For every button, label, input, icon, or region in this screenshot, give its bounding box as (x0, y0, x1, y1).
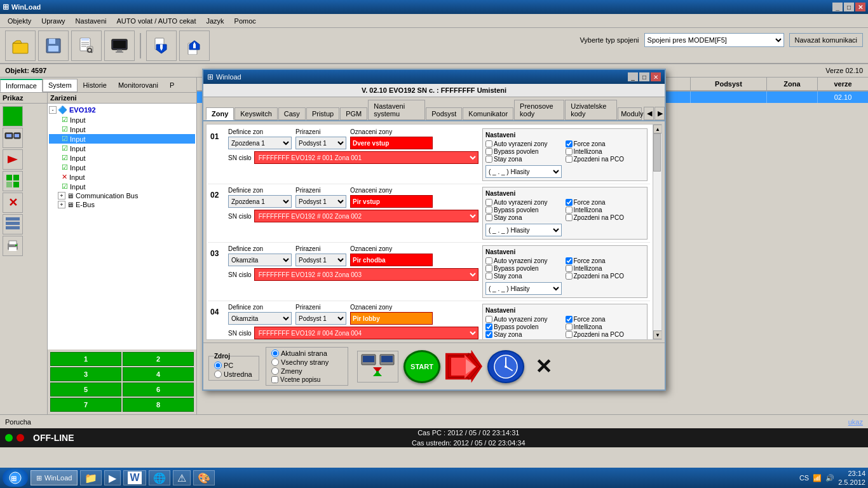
check-force-02[interactable] (566, 199, 573, 206)
setting-intelli-02[interactable]: Intellizona (566, 207, 645, 214)
zones-content[interactable]: ▲ ▼ 01 Definice zon Zpozdena 1 (206, 124, 662, 340)
taskbar-word[interactable]: W (123, 470, 146, 485)
tree-expand-commbus[interactable]: + (58, 192, 65, 200)
tree-item-input2[interactable]: ☑ Input (49, 125, 195, 134)
zone-prir-select-01[interactable]: Podsyst 1 (295, 137, 346, 149)
setting-force-04[interactable]: Force zona (566, 316, 645, 323)
hlasity-select-01[interactable]: ( _ . _ ) Hlasity (485, 165, 562, 178)
check-zpozd-01[interactable] (566, 156, 573, 163)
toolbar-folder-btn[interactable] (5, 30, 36, 61)
tree-item-input1[interactable]: ☑ Input (49, 115, 195, 125)
num-btn-8[interactable]: 8 (123, 398, 194, 412)
strana-vsechny-radio[interactable] (271, 358, 279, 366)
setting-auto-vyrazeni-01[interactable]: Auto vyrazeni zony (485, 140, 565, 147)
scroll-thumb[interactable] (653, 133, 661, 172)
dialog-tab-pgm[interactable]: PGM (340, 107, 367, 120)
zone-sn-select-03[interactable]: FFFFFFFF EVO192 # 003 Zona 003 (254, 268, 478, 281)
num-btn-6[interactable]: 6 (123, 383, 194, 396)
hlasity-select-02[interactable]: ( _ . _ ) Hlasity (485, 224, 562, 236)
dialog-tab-prev[interactable]: ◀ (644, 107, 654, 120)
zone-def-select-01[interactable]: Zpozdena 1 (228, 137, 292, 149)
scrollbar[interactable]: ▲ ▼ (653, 125, 661, 339)
setting-bypass-03[interactable]: Bypass povolen (485, 265, 565, 272)
zone-ozn-input-03[interactable] (350, 254, 433, 266)
setting-auto-04[interactable]: Auto vyrazeni zony (485, 316, 565, 323)
setting-intelli-04[interactable]: Intellizona (566, 323, 645, 330)
scroll-up-btn[interactable]: ▲ (653, 125, 662, 133)
ukaz-link[interactable]: ukaz (848, 418, 863, 426)
num-btn-5[interactable]: 5 (50, 383, 121, 396)
start-button[interactable]: START (403, 350, 440, 383)
check-force-01[interactable] (566, 140, 573, 147)
zdroj-pc-radio[interactable] (214, 362, 222, 369)
setting-stay-02[interactable]: Stay zona (485, 214, 565, 221)
vcetne-check[interactable] (271, 376, 278, 383)
zdroj-ustredna-radio[interactable] (214, 370, 222, 378)
check-zpozd-03[interactable] (566, 273, 573, 280)
strana-zmeny-radio[interactable] (271, 367, 279, 375)
dialog-tab-uzivatelske[interactable]: Uzivatelske kody (565, 100, 617, 120)
toolbar-preview-btn[interactable] (71, 30, 102, 61)
tree-item-ebus[interactable]: + 🖥 E-Bus (49, 200, 195, 209)
setting-auto-02[interactable]: Auto vyrazeni zony (485, 199, 565, 206)
setting-zpozd-01[interactable]: Zpozdeni na PCO (566, 156, 645, 163)
taskbar-explorer[interactable]: 📁 (80, 470, 102, 485)
maximize-button[interactable]: □ (844, 3, 854, 11)
zone-ozn-input-04[interactable] (350, 312, 433, 325)
zone-def-select-02[interactable]: Zpozdena 1 (228, 195, 292, 208)
check-zpozd-02[interactable] (566, 214, 573, 221)
prikaz-icon-2[interactable] (3, 128, 23, 148)
toolbar-upload-btn[interactable] (179, 30, 210, 61)
tree-item-input3[interactable]: ☑ Input (49, 134, 195, 144)
setting-zpozd-02[interactable]: Zpozdeni na PCO (566, 214, 645, 221)
dialog-tab-keyswitch[interactable]: Keyswitch (234, 107, 278, 120)
zone-sn-select-01[interactable]: FFFFFFFF EVO192 # 001 Zona 001 (254, 151, 478, 164)
check-intelli-02[interactable] (566, 207, 573, 214)
upload-download-btn[interactable] (357, 351, 398, 383)
setting-zpozd-03[interactable]: Zpozdeni na PCO (566, 273, 645, 280)
setting-bypass-04[interactable]: Bypass povolen (485, 323, 565, 330)
tree-item-input6[interactable]: ☑ Input (49, 163, 195, 172)
menu-jazyk[interactable]: Jazyk (201, 16, 229, 26)
strana-vsechny-label[interactable]: Vsechny strany (271, 358, 342, 366)
taskbar-alert[interactable]: ⚠ (173, 470, 191, 485)
dialog-tab-podsyst[interactable]: Podsyst (426, 107, 462, 120)
setting-force-02[interactable]: Force zona (566, 199, 645, 206)
dialog-close-btn[interactable]: ✕ (651, 72, 661, 81)
red-arrow-btn[interactable] (445, 350, 482, 383)
dialog-tab-casy[interactable]: Casy (278, 107, 306, 120)
prikaz-icon-6[interactable] (3, 214, 23, 234)
menu-nastaveni[interactable]: Nastaveni (71, 16, 112, 26)
check-intelli-01[interactable] (566, 148, 573, 155)
tab-informace[interactable]: Informace (0, 79, 43, 92)
strana-aktualni-radio[interactable] (271, 349, 279, 357)
zdroj-pc-label[interactable]: PC (214, 362, 254, 369)
num-btn-2[interactable]: 2 (123, 352, 194, 366)
check-bypass-02[interactable] (485, 207, 492, 214)
menu-objekty[interactable]: Objekty (3, 16, 36, 26)
num-btn-4[interactable]: 4 (123, 367, 194, 381)
check-stay-01[interactable] (485, 156, 492, 163)
prikaz-icon-7[interactable] (3, 236, 23, 256)
check-stay-03[interactable] (485, 273, 492, 280)
setting-force-03[interactable]: Force zona (566, 257, 645, 264)
check-intelli-03[interactable] (566, 265, 573, 272)
zone-prir-select-03[interactable]: Podsyst 1 (295, 254, 346, 266)
tab-historie[interactable]: Historie (78, 79, 112, 92)
check-stay-04[interactable] (485, 331, 492, 338)
toolbar-download-btn[interactable] (146, 30, 177, 61)
check-intelli-04[interactable] (566, 323, 573, 330)
check-bypass-04[interactable] (485, 323, 492, 330)
menu-pomoc[interactable]: Pomoc (229, 16, 261, 26)
prikaz-icon-5[interactable]: ✕ (3, 193, 23, 213)
setting-stay-01[interactable]: Stay zona (485, 156, 565, 163)
tab-system[interactable]: System (43, 79, 78, 92)
dialog-tab-pristup[interactable]: Pristup (306, 107, 339, 120)
tree-expand-ebus[interactable]: + (58, 201, 65, 208)
dialog-minimize-btn[interactable]: _ (628, 72, 638, 81)
strana-aktualni-label[interactable]: Aktualni strana (271, 349, 342, 357)
num-btn-1[interactable]: 1 (50, 352, 121, 366)
check-auto-04[interactable] (485, 316, 492, 323)
connection-select[interactable]: Spojeni pres MODEM[F5] (644, 33, 784, 47)
menu-uprawy[interactable]: Uprawy (36, 16, 70, 26)
